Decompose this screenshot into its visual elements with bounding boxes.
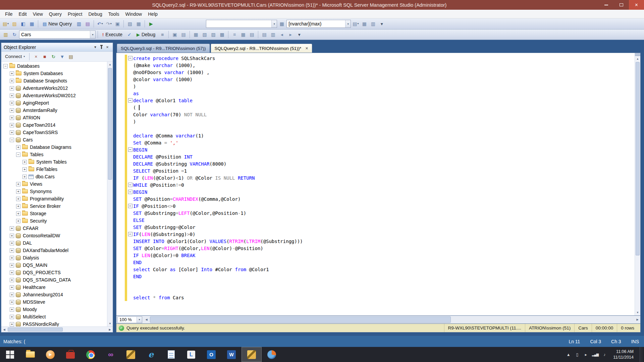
tree-item[interactable]: +Moody — [1, 306, 107, 313]
collapse-icon[interactable]: − — [3, 64, 8, 68]
tree-item[interactable]: +Security — [1, 217, 107, 225]
new-query-button[interactable]: ▤New Query — [40, 20, 74, 27]
expand-icon[interactable]: + — [10, 293, 14, 297]
properties-window-icon[interactable]: ▦ — [135, 20, 143, 28]
menu-item-file[interactable]: File — [2, 10, 16, 18]
menu-item-debug[interactable]: Debug — [85, 10, 105, 18]
close-button[interactable]: × — [629, 0, 644, 10]
media-tray-icon[interactable]: ▸ — [583, 352, 589, 357]
show-hidden-icons-button[interactable]: ▲ — [566, 352, 571, 357]
expand-icon[interactable]: + — [10, 300, 14, 304]
expand-icon[interactable]: + — [10, 315, 14, 319]
tree-item[interactable]: +MDSSteve — [1, 298, 107, 306]
reports-icon[interactable]: ▤ — [67, 53, 75, 61]
toolbar-options2-icon[interactable]: ▾ — [295, 31, 303, 39]
expand-icon[interactable]: + — [16, 189, 20, 194]
editor-horizontal-scrollbar[interactable]: ◀ ▶ — [144, 316, 640, 323]
tree-item[interactable]: +Storage — [1, 210, 107, 217]
chevron-down-icon[interactable]: ▾ — [271, 20, 277, 27]
zoom-control[interactable]: 100 % ▾ — [117, 316, 142, 323]
expand-icon[interactable]: + — [10, 234, 14, 238]
menu-item-tools[interactable]: Tools — [105, 10, 122, 18]
tree-item[interactable]: +MultiSelect — [1, 313, 107, 320]
tree-item[interactable]: +DAXandTabularModel — [1, 247, 107, 254]
chrome-icon[interactable] — [80, 347, 101, 362]
expand-icon[interactable]: + — [10, 278, 14, 282]
reference-icon[interactable]: ▣ — [113, 20, 121, 28]
tree-item[interactable]: +Healthcare — [1, 284, 107, 291]
tree-item[interactable]: −Cars — [1, 136, 107, 143]
tree-item[interactable]: +CFAAR — [1, 225, 107, 232]
panel-close-button[interactable]: × — [104, 44, 110, 50]
expand-icon[interactable]: + — [10, 130, 14, 135]
expand-icon[interactable]: + — [10, 307, 14, 312]
fold-collapse-icon[interactable]: − — [128, 147, 132, 152]
analysis-query-icon[interactable]: ▤ — [84, 20, 92, 28]
execute-button[interactable]: !Execute — [100, 31, 125, 38]
device-tray-icon[interactable]: ▯ — [575, 352, 580, 357]
tree-item[interactable]: +Database Diagrams — [1, 143, 107, 151]
tree-item[interactable]: +Programmability — [1, 195, 107, 202]
stop-icon[interactable]: ■ — [158, 31, 166, 39]
results-grid-icon[interactable]: ▦ — [239, 31, 247, 39]
object-explorer-vertical-scrollbar[interactable]: ▲ ▼ — [107, 62, 113, 326]
tree-item[interactable]: +DAL — [1, 239, 107, 247]
filter-icon[interactable]: ▼ — [58, 53, 66, 61]
debug-location-combo[interactable]: ▾ — [206, 20, 277, 28]
expand-icon[interactable]: + — [10, 79, 14, 83]
expand-icon[interactable]: + — [16, 212, 20, 216]
query-options-icon[interactable]: ▣ — [171, 31, 179, 39]
tree-item[interactable]: +System Tables — [1, 158, 107, 166]
save-icon[interactable]: ◧ — [19, 20, 27, 28]
word-icon[interactable] — [221, 347, 241, 362]
window-position-button[interactable]: ▾ — [92, 44, 98, 50]
code-editor[interactable]: −create procedure SQLShackCars(@make var… — [116, 53, 641, 316]
media-player-icon[interactable] — [40, 347, 60, 362]
expand-icon[interactable]: + — [10, 256, 14, 260]
type-combo[interactable]: [nvarchar](max)▾ — [286, 20, 351, 28]
editor-tab-active[interactable]: SQLQuery2.sql - R9...TRION\ssimon (51))*… — [211, 44, 312, 53]
tree-item[interactable]: +CapeTown2014 — [1, 121, 107, 129]
outdent-icon[interactable]: ◂ — [278, 31, 286, 39]
minimize-button[interactable] — [599, 0, 614, 10]
expand-icon[interactable]: + — [10, 71, 14, 76]
tree-item[interactable]: +Dialysis — [1, 254, 107, 261]
expand-icon[interactable]: + — [16, 182, 20, 186]
split-handle[interactable] — [635, 53, 640, 56]
menu-item-help[interactable]: Help — [145, 10, 161, 18]
expand-icon[interactable]: + — [10, 101, 14, 105]
tree-item[interactable]: +DQS_PROJECTS — [1, 269, 107, 276]
quick-watch-icon[interactable]: ▦ — [360, 20, 368, 28]
available-databases-icon[interactable]: ▥ — [2, 31, 10, 39]
expand-icon[interactable]: + — [10, 86, 14, 90]
fold-collapse-icon[interactable]: − — [128, 56, 132, 60]
expand-icon[interactable]: + — [10, 270, 14, 275]
scroll-left-icon[interactable]: ◀ — [144, 318, 149, 321]
fold-collapse-icon[interactable]: − — [128, 232, 132, 236]
tree-item[interactable]: +ContosoRetailDW — [1, 232, 107, 239]
close-icon[interactable]: × — [305, 46, 308, 51]
scroll-left-icon[interactable]: ◀ — [1, 328, 7, 331]
database-combo[interactable]: Cars▾ — [19, 31, 96, 39]
design-query-icon[interactable]: ▧ — [201, 31, 209, 39]
expand-icon[interactable]: + — [10, 241, 14, 245]
fold-collapse-icon[interactable]: − — [128, 98, 132, 103]
taskbar-clock[interactable]: 11:06 AM 11/11/2014 — [610, 349, 636, 360]
tree-item[interactable]: +Views — [1, 180, 107, 188]
collapse-icon[interactable]: − — [16, 153, 20, 157]
visual-studio-icon[interactable] — [101, 347, 121, 362]
results-text-icon[interactable]: ≡ — [230, 31, 238, 39]
tree-item[interactable]: −Tables — [1, 151, 107, 158]
expand-icon[interactable]: + — [16, 197, 20, 201]
show-desktop-button[interactable] — [640, 347, 643, 362]
tree-item[interactable]: +ATRION — [1, 114, 107, 121]
menu-item-view[interactable]: View — [30, 10, 46, 18]
fold-collapse-icon[interactable]: − — [128, 204, 132, 208]
scrollbar-thumb[interactable] — [150, 316, 451, 323]
expand-icon[interactable]: + — [10, 263, 14, 267]
tree-item[interactable]: +FileTables — [1, 166, 107, 173]
disconnect-icon[interactable]: × — [32, 53, 40, 61]
results-file-icon[interactable]: ▤ — [248, 31, 256, 39]
editor-tab[interactable]: SQLQuery3.sql - R9...TRION\ssimon (57)) — [117, 44, 210, 53]
network-icon[interactable]: ▂▄▆ — [592, 353, 598, 356]
